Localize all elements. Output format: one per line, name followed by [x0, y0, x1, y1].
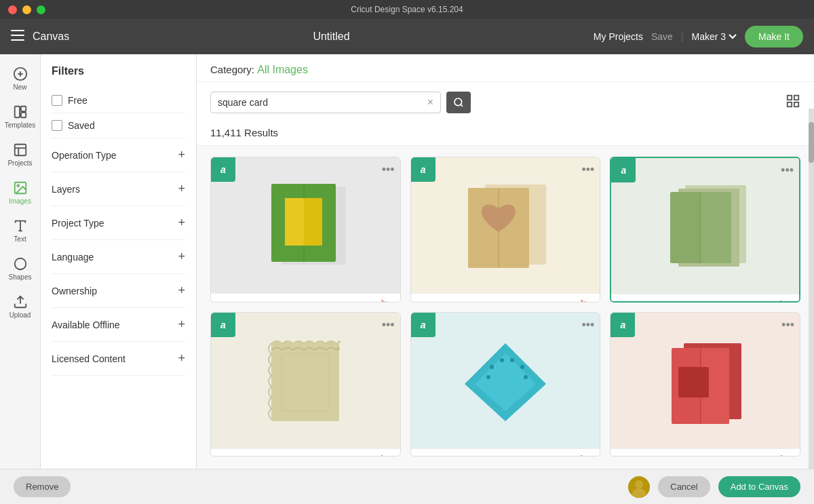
card-2-badge-letter: a [421, 164, 426, 175]
project-type-expand-icon: + [178, 216, 185, 230]
close-button[interactable] [8, 5, 17, 14]
licensed-content-expand-icon: + [178, 351, 185, 366]
category-prefix: Category: [210, 64, 257, 75]
card-2-menu-icon[interactable]: ••• [581, 163, 594, 177]
sidebar-item-shapes[interactable]: Shapes [0, 251, 40, 286]
card-5-preview: a ••• [411, 313, 600, 448]
saved-filter-row: Saved [52, 113, 185, 138]
sidebar-projects-label: Projects [7, 159, 32, 167]
category-name[interactable]: All Images [257, 64, 308, 75]
card-3-footer: Subscribed ☑ 🔖 [611, 294, 799, 303]
svg-point-18 [454, 98, 462, 106]
free-checkbox[interactable] [52, 95, 62, 106]
document-title[interactable]: Untitled [69, 31, 594, 43]
sidebar-upload-label: Upload [9, 311, 31, 319]
make-it-button[interactable]: Make It [745, 26, 803, 47]
layers-section[interactable]: Layers + [52, 172, 185, 206]
operation-type-section[interactable]: Operation Type + [52, 138, 185, 172]
sidebar-item-images[interactable]: Images [0, 175, 40, 210]
operation-type-label: Operation Type [52, 150, 116, 161]
card-6-bookmark-icon[interactable]: 🔖 [779, 454, 793, 457]
card-5-status: Subscribed [418, 457, 459, 457]
image-card-2[interactable]: a ••• Subscribed [410, 157, 601, 303]
svg-point-46 [524, 375, 528, 379]
available-offline-section[interactable]: Available Offline + [52, 308, 185, 342]
card-4-bookmark-icon[interactable]: 🔖 [380, 454, 393, 457]
svg-point-43 [510, 358, 514, 362]
image-card-5[interactable]: a ••• [410, 312, 601, 457]
saved-checkbox[interactable] [52, 120, 62, 131]
card-3-badge: a [611, 158, 636, 182]
remove-button[interactable]: Remove [14, 476, 71, 497]
svg-point-42 [500, 358, 504, 362]
sidebar-item-new[interactable]: New [0, 61, 40, 96]
svg-rect-9 [14, 144, 26, 156]
card-5-bookmark-icon[interactable]: 🔖 [579, 454, 593, 457]
search-input[interactable] [218, 97, 423, 108]
card-3-check-icon: ☑ [714, 300, 724, 303]
language-label: Language [52, 252, 94, 263]
sidebar-item-text[interactable]: Text [0, 213, 40, 248]
card-2-footer: Subscribed 🔖 [411, 293, 600, 303]
ownership-expand-icon: + [178, 284, 185, 298]
svg-point-53 [635, 480, 643, 488]
image-card-4[interactable]: a ••• [210, 312, 401, 457]
image-card-3[interactable]: a ••• [610, 157, 800, 303]
svg-point-45 [486, 375, 490, 379]
scrollbar-thumb[interactable] [809, 122, 814, 163]
machine-selector[interactable]: Maker 3 [692, 31, 737, 42]
card-3-menu-icon[interactable]: ••• [781, 163, 794, 178]
image-card-1[interactable]: a ••• [210, 157, 401, 303]
card-3-bookmark-icon[interactable]: 🔖 [779, 300, 792, 303]
card-5-badge: a [411, 313, 435, 337]
ownership-label: Ownership [52, 286, 97, 296]
card-2-badge: a [411, 157, 435, 182]
cancel-button[interactable]: Cancel [658, 476, 710, 497]
svg-rect-7 [20, 106, 25, 111]
filter-panel: Filters Free Saved Operation Type + Laye… [41, 54, 197, 504]
project-type-label: Project Type [52, 218, 104, 229]
minimize-button[interactable] [22, 5, 31, 14]
grid-toggle-icon[interactable] [786, 94, 800, 111]
image-card-6[interactable]: a ••• [610, 312, 800, 457]
card-6-menu-icon[interactable]: ••• [781, 318, 794, 332]
card-1-menu-icon[interactable]: ••• [382, 163, 395, 177]
sidebar-shapes-label: Shapes [9, 273, 32, 281]
traffic-lights [8, 5, 45, 14]
card-3-illustration [651, 175, 760, 277]
card-2-bookmark-icon[interactable]: 🔖 [579, 299, 593, 303]
card-4-menu-icon[interactable]: ••• [382, 318, 395, 332]
bottom-right: Cancel Add to Canvas [628, 476, 800, 498]
hamburger-icon[interactable] [11, 30, 24, 44]
card-3-badge-letter: a [621, 165, 626, 176]
maximize-button[interactable] [37, 5, 45, 14]
sidebar-text-label: Text [14, 235, 26, 243]
scrollbar[interactable] [809, 109, 814, 469]
licensed-content-section[interactable]: Licensed Content + [52, 342, 185, 376]
saved-label: Saved [68, 120, 95, 131]
search-clear-icon[interactable]: × [427, 96, 433, 109]
svg-rect-21 [794, 96, 798, 100]
card-1-status: Subscribed [218, 301, 258, 303]
svg-rect-2 [11, 39, 24, 41]
save-button[interactable]: Save [651, 31, 673, 42]
card-5-menu-icon[interactable]: ••• [581, 318, 594, 332]
language-section[interactable]: Language + [52, 240, 185, 274]
sidebar-item-projects[interactable]: Projects [0, 137, 40, 172]
card-2-preview: a ••• [411, 157, 600, 293]
image-grid: a ••• [197, 146, 814, 504]
card-4-badge-letter: a [220, 319, 226, 330]
ownership-section[interactable]: Ownership + [52, 274, 185, 308]
operation-type-expand-icon: + [178, 148, 185, 162]
card-1-preview: a ••• [211, 157, 400, 293]
add-to-canvas-button[interactable]: Add to Canvas [718, 476, 800, 497]
search-button[interactable] [446, 92, 471, 113]
canvas-label: Canvas [33, 31, 69, 43]
sidebar-item-upload[interactable]: Upload [0, 289, 40, 324]
sidebar-item-templates[interactable]: Templates [0, 99, 40, 134]
card-1-bookmark-icon[interactable]: 🔖 [380, 299, 393, 303]
layers-expand-icon: + [178, 182, 185, 196]
project-type-section[interactable]: Project Type + [52, 206, 185, 240]
main-layout: New Templates Projects Ima [0, 54, 814, 504]
my-projects-link[interactable]: My Projects [594, 31, 643, 42]
